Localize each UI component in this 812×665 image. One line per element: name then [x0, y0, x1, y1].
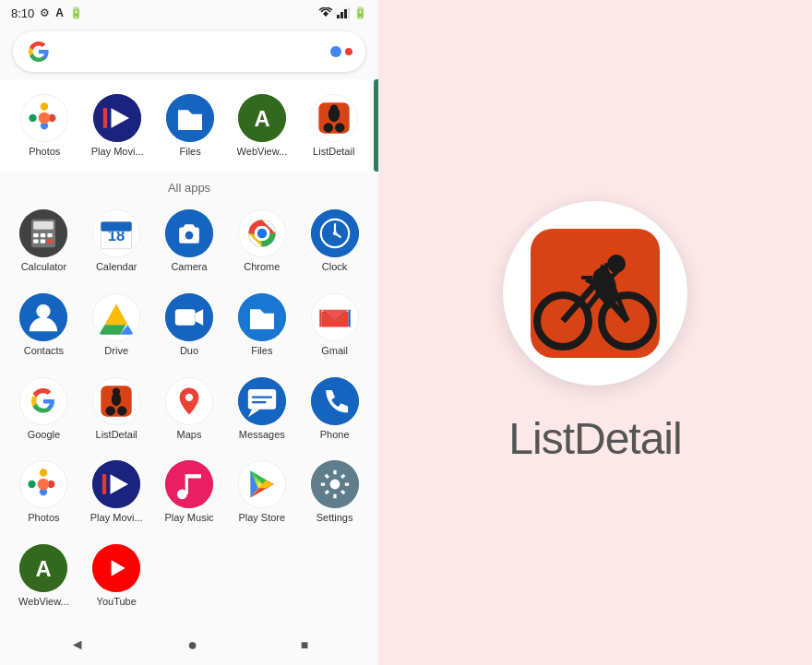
phone-panel: 8:10 ⚙ A 🔋 🔋 [0, 0, 378, 665]
calculator-label: Calculator [21, 261, 67, 272]
app-calendar[interactable]: 18 Calendar [80, 202, 153, 286]
playstore-icon [238, 460, 286, 508]
top-app-webview[interactable]: A WebView... [233, 87, 292, 164]
status-bar: 8:10 ⚙ A 🔋 🔋 [0, 0, 378, 26]
top-app-files-label: Files [179, 146, 200, 157]
playmusic-label: Play Music [164, 512, 213, 523]
svg-text:18: 18 [108, 227, 125, 244]
app-playmusic[interactable]: Play Music [153, 453, 226, 537]
svg-point-84 [329, 480, 340, 490]
app-webview2[interactable]: A WebView... [7, 537, 80, 621]
google-icon [19, 377, 67, 425]
top-app-listdetail-label: ListDetail [313, 146, 354, 157]
phone-label: Phone [320, 429, 350, 440]
svg-point-61 [113, 387, 120, 395]
listdetail2-icon [92, 377, 140, 425]
battery-icon: 🔋 [69, 6, 83, 19]
nav-bar: ◄ ● ■ [0, 624, 378, 665]
files2-icon [238, 293, 286, 341]
svg-rect-22 [41, 233, 45, 237]
top-app-files[interactable]: Files [162, 87, 218, 164]
app-youtube[interactable]: YouTube [80, 537, 153, 621]
app-photos2[interactable]: Photos [7, 453, 80, 537]
contacts-icon [19, 293, 67, 341]
home-button[interactable]: ● [187, 635, 197, 655]
app-clock[interactable]: Clock [298, 202, 371, 286]
svg-rect-25 [41, 240, 45, 243]
app-settings[interactable]: Settings [298, 453, 371, 537]
detail-panel: ListDetail [378, 0, 812, 665]
app-contacts[interactable]: Contacts [7, 286, 80, 370]
calendar-label: Calendar [96, 261, 137, 272]
app-drive[interactable]: Drive [80, 286, 153, 370]
duo-icon [165, 293, 213, 341]
svg-rect-1 [337, 15, 340, 18]
listdetail2-label: ListDetail [96, 429, 137, 440]
svg-point-63 [185, 393, 193, 400]
app-phone[interactable]: Phone [298, 370, 371, 454]
svg-point-42 [332, 232, 336, 235]
chrome-label: Chrome [244, 261, 280, 272]
app-playmovies2[interactable]: Play Movi... [80, 453, 153, 537]
playmusic-icon [165, 460, 213, 508]
svg-line-100 [609, 270, 618, 279]
app-listdetail2[interactable]: ListDetail [80, 370, 153, 454]
gmail-icon [311, 293, 359, 341]
google-g-logo [26, 39, 52, 65]
svg-rect-26 [48, 240, 53, 243]
photos-icon [20, 94, 68, 142]
app-playstore[interactable]: Play Store [225, 453, 298, 537]
maps-icon [165, 377, 213, 425]
duo-label: Duo [180, 345, 198, 356]
svg-point-70 [38, 479, 50, 491]
listdetail-icon-top [310, 94, 358, 142]
app-chrome[interactable]: Chrome [225, 202, 298, 286]
svg-text:A: A [36, 556, 52, 581]
app-google[interactable]: Google [7, 370, 80, 454]
messages-label: Messages [239, 429, 285, 440]
google-dots [330, 46, 352, 57]
app-messages[interactable]: Messages [225, 370, 298, 454]
svg-point-58 [106, 406, 115, 415]
app-camera[interactable]: Camera [153, 202, 226, 286]
battery-status-icon: 🔋 [353, 6, 367, 19]
playmovies2-icon [92, 460, 140, 508]
app-files2[interactable]: Files [225, 286, 298, 370]
camera-icon [165, 209, 213, 257]
top-app-play-movies[interactable]: Play Movi... [88, 87, 148, 164]
youtube-label: YouTube [97, 596, 137, 607]
youtube-icon [92, 544, 140, 592]
cyclist-illustration [531, 229, 660, 358]
top-app-photos[interactable]: Photos [17, 87, 72, 164]
top-app-photos-label: Photos [29, 146, 60, 157]
svg-rect-69 [311, 377, 359, 425]
status-left: 8:10 ⚙ A 🔋 [11, 6, 83, 20]
playmovies2-label: Play Movi... [90, 512, 143, 523]
svg-rect-53 [319, 309, 321, 327]
search-bar[interactable] [13, 31, 365, 72]
apps-grid: Calculator 18 Calendar Camera Chrome [0, 198, 378, 624]
camera-label: Camera [171, 261, 207, 272]
gear-icon: ⚙ [40, 6, 50, 19]
time: 8:10 [11, 6, 34, 20]
back-button[interactable]: ◄ [70, 636, 85, 653]
app-name-large: ListDetail [508, 413, 681, 464]
gmail-label: Gmail [321, 345, 348, 356]
svg-rect-49 [175, 309, 196, 325]
app-maps[interactable]: Maps [153, 370, 226, 454]
webview-icon: A [238, 94, 286, 142]
clock-icon [311, 209, 359, 257]
app-gmail[interactable]: Gmail [298, 286, 371, 370]
maps-label: Maps [177, 429, 202, 440]
drive-label: Drive [104, 345, 128, 356]
svg-rect-8 [103, 108, 107, 128]
top-app-listdetail[interactable]: ListDetail [306, 87, 362, 164]
app-duo[interactable]: Duo [153, 286, 226, 370]
app-calculator[interactable]: Calculator [7, 202, 80, 286]
svg-text:A: A [254, 106, 269, 131]
settings-label: Settings [316, 512, 353, 523]
recent-button[interactable]: ■ [301, 637, 308, 652]
svg-point-33 [185, 232, 194, 240]
top-apps-row: Photos Play Movi... Files A WebView... [0, 79, 378, 172]
svg-rect-23 [48, 233, 53, 237]
